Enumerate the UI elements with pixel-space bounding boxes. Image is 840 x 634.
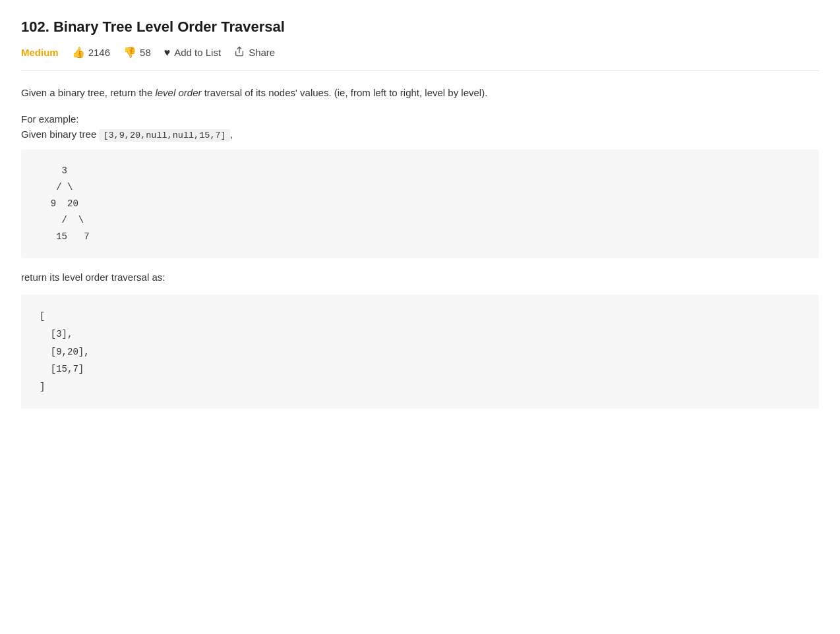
description-part1: Given a binary tree, return the [21,87,155,98]
problem-title: 102. Binary Tree Level Order Traversal [21,18,819,36]
return-text: return its level order traversal as: [21,272,819,283]
tree-diagram-block: 3 / \ 9 20 / \ 15 7 [21,150,819,259]
thumbs-down-icon: 👎 [123,46,136,59]
share-label: Share [249,47,275,58]
output-code-block: [ [3], [9,20], [15,7] ] [21,295,819,409]
upvote-button[interactable]: 👍 2146 [72,46,110,59]
given-label: Given binary tree [21,129,99,140]
description-italic: level order [155,87,201,98]
add-to-list-button[interactable]: ♥ Add to List [164,47,221,59]
for-example-label: For example: [21,113,819,125]
add-to-list-label: Add to List [174,47,221,58]
heart-icon: ♥ [164,47,171,59]
upvote-count: 2146 [88,47,110,58]
difficulty-badge: Medium [21,47,59,58]
downvote-button[interactable]: 👎 58 [123,46,151,59]
given-binary-tree-line: Given binary tree [3,9,20,null,null,15,7… [21,129,819,140]
downvote-count: 58 [140,47,151,58]
meta-row: Medium 👍 2146 👎 58 ♥ Add to List Share [21,46,819,71]
problem-description: Given a binary tree, return the level or… [21,84,819,101]
share-icon [234,46,245,59]
description-part2: traversal of its nodes' values. (ie, fro… [201,87,487,98]
thumbs-up-icon: 👍 [72,46,85,59]
share-button[interactable]: Share [234,46,275,59]
given-end: , [230,129,233,140]
given-tree-code: [3,9,20,null,null,15,7] [99,129,229,142]
